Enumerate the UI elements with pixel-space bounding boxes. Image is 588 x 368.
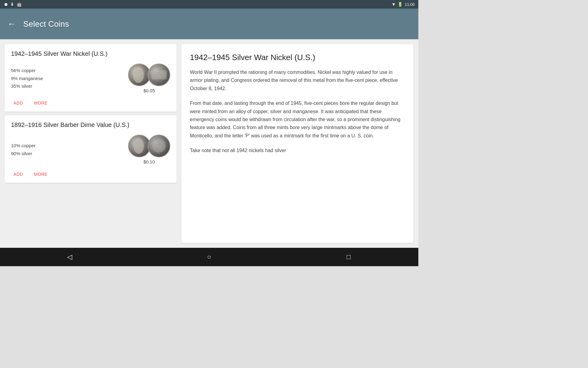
clock: 11:00 <box>405 2 415 7</box>
content-area: 1942–1945 Silver War Nickel (U.S.) 56% c… <box>0 39 418 248</box>
coin-images-2 <box>128 135 170 157</box>
dime-reverse-icon <box>148 135 170 157</box>
detail-title: 1942–1945 Silver War Nickel (U.S.) <box>190 53 405 62</box>
more-button-2[interactable]: MORE <box>32 171 50 178</box>
detail-paragraph-2: From that date, and lasting through the … <box>190 99 405 140</box>
more-button-1[interactable]: MORE <box>32 99 50 107</box>
record-icon: ⏺ <box>4 2 8 7</box>
coin-images-1 <box>128 63 170 86</box>
coin-card-actions-1: ADD MORE <box>11 98 170 107</box>
svg-point-11 <box>155 142 163 150</box>
status-bar: ⏺ ⬇ 🤖 ▼ 🔋 11:00 <box>0 0 418 9</box>
app-bar: ← Select Coins <box>0 9 418 39</box>
coin-composition-2: 10% copper 90% silver <box>11 142 36 157</box>
dime-obverse-icon <box>128 135 151 157</box>
svg-point-2 <box>134 70 140 78</box>
wifi-icon: ▼ <box>392 2 396 7</box>
coin-price-1: $0.05 <box>143 88 155 93</box>
home-nav-button[interactable]: ○ <box>200 248 218 266</box>
coin-card-title-2: 1892–1916 Silver Barber Dime Value (U.S.… <box>11 121 170 128</box>
coin-image-area-2: $0.10 <box>128 135 170 164</box>
back-button[interactable]: ← <box>7 19 16 29</box>
coin-card-title-1: 1942–1945 Silver War Nickel (U.S.) <box>11 50 170 57</box>
nav-bar: ◁ ○ □ <box>0 248 418 266</box>
coin-card-actions-2: ADD MORE <box>11 169 170 178</box>
coin-card-body-1: 56% copper 9% manganese 35% silver <box>11 63 170 93</box>
android-icon: 🤖 <box>17 2 22 7</box>
download-icon: ⬇ <box>10 2 14 7</box>
page-title: Select Coins <box>23 19 69 29</box>
coin-card-war-nickel: 1942–1945 Silver War Nickel (U.S.) 56% c… <box>5 44 176 112</box>
coin-card-body-2: 10% copper 90% silver <box>11 135 170 164</box>
add-button-1[interactable]: ADD <box>11 99 25 107</box>
svg-point-8 <box>135 141 141 149</box>
nickel-reverse-icon <box>148 63 170 86</box>
svg-point-5 <box>153 71 164 79</box>
coin-image-area-1: $0.05 <box>128 63 170 93</box>
coin-list: 1942–1945 Silver War Nickel (U.S.) 56% c… <box>5 44 176 243</box>
coin-composition-1: 56% copper 9% manganese 35% silver <box>11 67 43 90</box>
detail-panel: 1942–1945 Silver War Nickel (U.S.) World… <box>181 44 413 243</box>
nickel-obverse-icon <box>128 63 151 86</box>
back-nav-button[interactable]: ◁ <box>61 248 79 266</box>
detail-paragraph-1: World War II prompted the rationing of m… <box>190 68 405 93</box>
recent-nav-button[interactable]: □ <box>339 248 358 266</box>
detail-paragraph-3: Take note that not all 1942 nickels had … <box>190 147 405 155</box>
coin-price-2: $0.10 <box>143 159 155 164</box>
coin-card-barber-dime: 1892–1916 Silver Barber Dime Value (U.S.… <box>5 115 176 183</box>
add-button-2[interactable]: ADD <box>11 171 25 178</box>
status-bar-right: ▼ 🔋 11:00 <box>392 2 415 7</box>
battery-icon: 🔋 <box>398 2 403 7</box>
status-bar-left: ⏺ ⬇ 🤖 <box>4 2 22 7</box>
